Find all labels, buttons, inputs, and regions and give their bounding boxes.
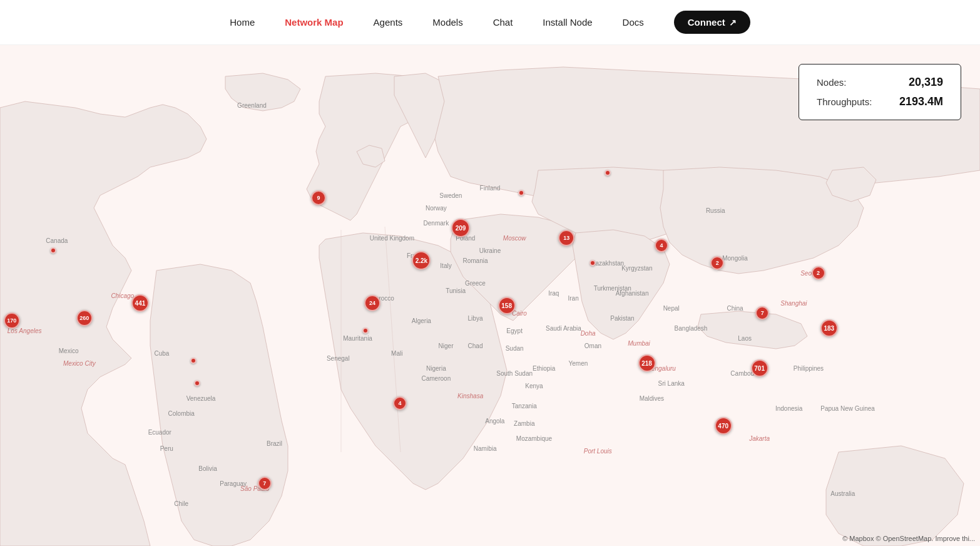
node-marker-m6[interactable]: 158 [498,297,516,314]
nav-network-map[interactable]: Network Map [285,17,343,28]
nav-home[interactable]: Home [230,17,255,28]
node-marker-m3[interactable]: 2.2k [412,251,431,270]
node-dot-d2[interactable] [518,190,524,196]
map-container: GreenlandCanadaChicagoLos AngelesMexicoM… [0,45,980,546]
node-dot-d3[interactable] [590,260,596,266]
node-marker-m7[interactable]: 13 [558,230,574,246]
nav-docs[interactable]: Docs [623,17,644,28]
node-marker-m2[interactable]: 209 [451,219,470,237]
node-marker-m18[interactable]: 170 [4,312,20,329]
nav-models[interactable]: Models [432,17,462,28]
map-attribution: © Mapbox © OpenStreetMap. Improve thi... [842,535,975,542]
node-dot-d6[interactable] [194,380,200,386]
throughputs-value: 2193.4M [899,95,943,108]
throughputs-label: Throughputs: [817,96,872,107]
node-marker-m12[interactable]: 701 [751,359,768,377]
node-marker-m10[interactable]: 7 [755,306,769,320]
node-marker-m17[interactable]: 260 [76,310,93,326]
stats-card: Nodes: 20,319 Throughputs: 2193.4M [799,64,961,120]
node-dot-d1[interactable] [605,170,611,176]
node-marker-m14[interactable]: 183 [820,319,838,337]
node-marker-m13[interactable]: 470 [715,417,732,435]
node-dot-d5[interactable] [190,358,197,364]
nav-agents[interactable]: Agents [374,17,403,28]
nav-install-node[interactable]: Install Node [543,17,592,28]
nav-chat[interactable]: Chat [493,17,513,28]
throughputs-row: Throughputs: 2193.4M [817,95,943,108]
node-dot-d4[interactable] [50,247,56,254]
node-marker-m8[interactable]: 4 [655,239,668,252]
node-marker-m16[interactable]: 441 [131,294,149,312]
connect-button[interactable]: Connect [674,11,750,34]
nodes-label: Nodes: [817,77,847,88]
node-dot-d7[interactable] [362,327,369,334]
node-marker-m9[interactable]: 2 [710,256,724,270]
node-marker-m11[interactable]: 218 [638,354,656,372]
nodes-row: Nodes: 20,319 [817,76,943,89]
node-marker-m1[interactable]: 9 [311,190,326,205]
node-marker-m15[interactable]: 2 [812,266,825,280]
navbar: Home Network Map Agents Models Chat Inst… [0,0,980,45]
node-marker-m5[interactable]: 4 [393,396,407,410]
node-marker-m4[interactable]: 24 [364,295,380,311]
nodes-value: 20,319 [909,76,943,89]
node-marker-m19[interactable]: 7 [258,476,272,490]
